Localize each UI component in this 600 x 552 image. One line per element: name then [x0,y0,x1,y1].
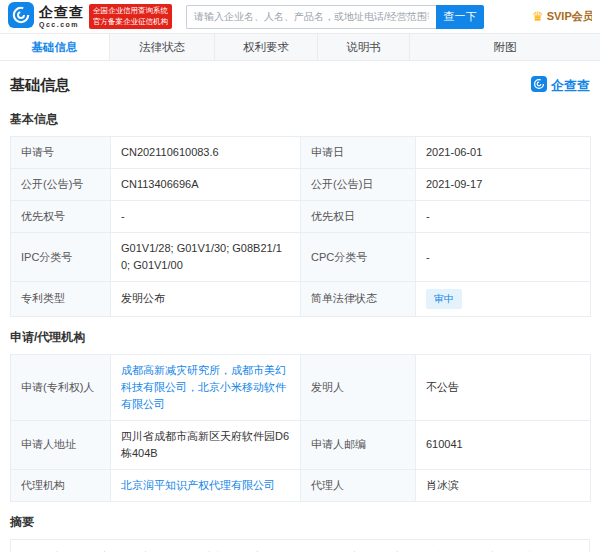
table-row: IPC分类号 G01V1/28; G01V1/30; G08B21/10; G0… [11,233,591,282]
field-label: 发明人 [301,354,416,420]
qcc-watermark: 企查查 [531,76,590,95]
field-label: 申请号 [11,137,111,169]
svip-entry[interactable]: ♛ SVIP会员 [532,9,592,24]
agency-section-title: 申请/代理机构 [10,329,590,346]
top-header: 企查查 Qcc.com 全国企业信用查询系统 官方备案企业征信机构 查一下 ♛ … [0,0,600,33]
table-row: 申请人地址 四川省成都市高新区天府软件园D6栋404B 申请人邮编 610041 [11,420,591,469]
section-tabs: 基础信息 法律状态 权利要求 说明书 附图 [0,33,600,61]
logo-domain: Qcc.com [39,21,84,28]
field-value: CN113406696A [111,169,301,201]
qcc-patent-page: 企查查 Qcc.com 全国企业信用查询系统 官方备案企业征信机构 查一下 ♛ … [0,0,600,552]
field-value: - [416,233,591,282]
tab-basic-info[interactable]: 基础信息 [0,34,110,60]
field-value: 2021-06-01 [416,137,591,169]
table-row: 公开(公告)号 CN113406696A 公开(公告)日 2021-09-17 [11,169,591,201]
field-label: 公开(公告)号 [11,169,111,201]
field-label: 代理人 [301,469,416,501]
qcc-watermark-text: 企查查 [551,77,590,95]
field-value: 610041 [416,420,591,469]
table-row: 申请号 CN202110610083.6 申请日 2021-06-01 [11,137,591,169]
field-label: 申请(专利权)人 [11,354,111,420]
qcc-logo[interactable]: 企查查 Qcc.com [8,2,84,32]
credential-badge: 全国企业信用查询系统 官方备案企业征信机构 [89,4,172,30]
field-value: 四川省成都市高新区天府软件园D6栋404B [111,420,301,469]
field-label: 代理机构 [11,469,111,501]
tab-drawings[interactable]: 附图 [410,34,600,60]
field-label: 专利类型 [11,282,111,317]
table-row: 优先权号 - 优先权日 - [11,201,591,233]
agency-link[interactable]: 北京润平知识产权代理有限公司 [121,479,275,491]
credential-badge-line1: 全国企业信用查询系统 [93,6,168,17]
table-row: 专利类型 发明公布 简单法律状态 审中 [11,282,591,317]
field-label: 申请日 [301,137,416,169]
field-label: 申请人邮编 [301,420,416,469]
field-label: 公开(公告)日 [301,169,416,201]
field-label: 简单法律状态 [301,282,416,317]
crown-icon: ♛ [532,10,544,23]
tab-specification[interactable]: 说明书 [318,34,410,60]
agency-table: 申请(专利权)人 成都高新减灾研究所，成都市美幻科技有限公司，北京小米移动软件有… [10,354,591,502]
logo-name: 企查查 [39,5,84,19]
search-bar: 查一下 [186,5,484,29]
svip-label: SVIP会员 [547,9,592,24]
search-input[interactable] [186,5,436,29]
field-value: CN202110610083.6 [111,137,301,169]
search-button[interactable]: 查一下 [436,5,484,29]
applicant-links[interactable]: 成都高新减灾研究所，成都市美幻科技有限公司，北京小米移动软件有限公司 [121,364,286,410]
tab-legal-status[interactable]: 法律状态 [110,34,215,60]
basic-info-section-title: 基本信息 [10,111,590,128]
page-title: 基础信息 [10,76,70,95]
field-label: 优先权号 [11,201,111,233]
field-value: 不公告 [416,354,591,420]
field-value: 2021-09-17 [416,169,591,201]
abstract-section-title: 摘要 [10,514,590,531]
basic-info-table: 申请号 CN202110610083.6 申请日 2021-06-01 公开(公… [10,136,591,317]
field-value: 肖冰滨 [416,469,591,501]
field-value: 发明公布 [111,282,301,317]
field-value: - [111,201,301,233]
abstract-text: 本发明提供一种实现移动设备地震监测的方法及设备，属于地震监测技术领域。所述方法包… [10,539,590,552]
field-label: 申请人地址 [11,420,111,469]
field-value: - [416,201,591,233]
table-row: 代理机构 北京润平知识产权代理有限公司 代理人 肖冰滨 [11,469,591,501]
field-value: G01V1/28; G01V1/30; G08B21/10; G01V1/00 [111,233,301,282]
table-row: 申请(专利权)人 成都高新减灾研究所，成都市美幻科技有限公司，北京小米移动软件有… [11,354,591,420]
field-label: IPC分类号 [11,233,111,282]
tab-claims[interactable]: 权利要求 [215,34,318,60]
status-badge: 审中 [426,289,462,309]
credential-badge-line2: 官方备案企业征信机构 [93,17,168,28]
field-label: CPC分类号 [301,233,416,282]
qcc-logo-icon [8,2,34,32]
qcc-watermark-icon [531,76,547,95]
field-label: 优先权日 [301,201,416,233]
